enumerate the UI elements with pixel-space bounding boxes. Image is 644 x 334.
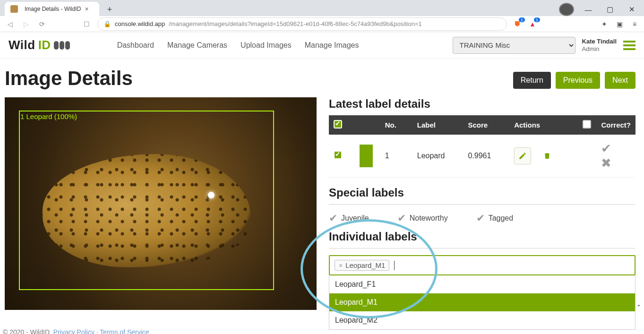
col-label: Label (412, 115, 464, 135)
labels-table: No. Label Score Actions Correct? 1 Leopa… (329, 115, 635, 178)
col-correct: Correct? (596, 115, 635, 135)
menu-icon[interactable] (623, 41, 635, 50)
browser-address-bar: ◁ ▷ ⟳ ☐ 🔒 console.wildid.app/management/… (0, 16, 644, 32)
edit-button[interactable] (514, 147, 531, 164)
special-labels-row: ✔ Juvenile ✔ Noteworthy ✔ Tagged (329, 206, 635, 228)
lock-icon: 🔒 (103, 20, 111, 27)
app-header: WildID Dashboard Manage Cameras Upload I… (0, 32, 644, 59)
project-select[interactable]: TRAINING Misc (453, 37, 575, 54)
user-role: Admin (582, 45, 617, 53)
dropdown-option[interactable]: Leopard_F1 (329, 275, 635, 293)
mark-incorrect-button[interactable]: ✖ (601, 156, 611, 170)
maximize-icon[interactable]: ▢ (602, 3, 618, 16)
row-select-checkbox[interactable] (334, 151, 342, 159)
detection-bounding-box (19, 111, 274, 290)
page-title: Image Details (5, 67, 508, 90)
footer-terms-link[interactable]: Terms of Service (100, 328, 149, 334)
nav-upload-images[interactable]: Upload Images (240, 41, 292, 50)
app-window-icon[interactable]: ▣ (615, 19, 624, 29)
individual-dropdown: Leopard_F1 Leopard_M1 Leopard_M2 (329, 275, 635, 330)
logo-text-id: ID (38, 38, 51, 52)
special-juvenile-label: Juvenile (341, 214, 369, 223)
return-button[interactable]: Return (513, 72, 551, 89)
col-score: Score (463, 115, 509, 135)
check-icon: ✔ (397, 212, 406, 224)
browser-menu-icon[interactable]: ≡ (630, 19, 639, 29)
close-icon[interactable]: × (85, 5, 88, 13)
table-row: 1 Leopard 0.9961 ✔ (329, 135, 635, 178)
bookmark-icon[interactable]: ☐ (81, 20, 92, 28)
special-tagged-label: Tagged (489, 214, 514, 223)
tab-favicon (10, 5, 18, 13)
footer-privacy-link[interactable]: Privacy Policy (53, 328, 94, 334)
tag-chip-label: Leopard_M1 (345, 261, 385, 269)
col-no: No. (380, 115, 412, 135)
nav-dashboard[interactable]: Dashboard (117, 41, 154, 50)
browser-tab[interactable]: Image Details - WildID × (5, 2, 99, 16)
browser-titlebar: Image Details - WildID × + — ▢ ✕ (0, 0, 644, 16)
special-noteworthy[interactable]: ✔ Noteworthy (397, 212, 448, 224)
text-caret (394, 261, 395, 270)
previous-button[interactable]: Previous (556, 72, 600, 89)
camera-trap-image[interactable]: 1 Leopard (100%) (5, 97, 317, 310)
dropdown-option-selected[interactable]: Leopard_M1 (329, 293, 635, 311)
footer-copyright: © 2020 - WildID (3, 328, 50, 334)
row-label: Leopard (412, 135, 464, 178)
special-juvenile[interactable]: ✔ Juvenile (329, 212, 369, 224)
brave-rewards-icon[interactable]: ▲1 (528, 19, 537, 29)
nav-back-icon[interactable]: ◁ (5, 20, 15, 28)
special-heading: Special labels (329, 186, 635, 199)
url-path: /management/images/details?imageId=15d09… (169, 20, 422, 27)
extensions-icon[interactable]: ✦ (600, 19, 609, 29)
app-logo[interactable]: WildID (9, 38, 70, 52)
new-tab-button[interactable]: + (103, 3, 116, 16)
user-block[interactable]: Kate Tindall Admin (582, 38, 617, 52)
special-noteworthy-label: Noteworthy (410, 214, 448, 223)
tab-title: Image Details - WildID (25, 6, 81, 12)
pencil-icon (518, 152, 527, 160)
nav-manage-images[interactable]: Manage Images (305, 41, 359, 50)
nav-manage-cameras[interactable]: Manage Cameras (167, 41, 227, 50)
individual-tag-input[interactable]: × Leopard_M1 (329, 255, 635, 275)
trash-icon (543, 152, 551, 160)
close-window-icon[interactable]: ✕ (624, 3, 639, 16)
scroll-down-icon[interactable] (635, 302, 642, 311)
dropdown-option[interactable]: Leopard_M2 (329, 311, 635, 329)
check-icon: ✔ (476, 212, 485, 224)
col-actions: Actions (509, 115, 577, 135)
brave-shield-icon[interactable]: ⛊1 (513, 19, 522, 29)
row-no: 1 (380, 135, 412, 178)
labels-table-header: No. Label Score Actions Correct? (329, 115, 635, 135)
delete-button[interactable] (540, 148, 555, 163)
main-nav: Dashboard Manage Cameras Upload Images M… (117, 41, 359, 50)
label-color-swatch (360, 145, 373, 167)
logo-text-wild: Wild (9, 38, 35, 52)
remove-tag-icon[interactable]: × (339, 262, 343, 269)
url-host: console.wildid.app (115, 20, 165, 27)
minimize-icon[interactable]: — (581, 3, 596, 16)
bounding-box-label: 1 Leopard (100%) (19, 111, 78, 121)
url-input[interactable]: 🔒 console.wildid.app/management/images/d… (97, 17, 507, 31)
special-tagged[interactable]: ✔ Tagged (476, 212, 514, 224)
profile-icon[interactable] (559, 3, 574, 16)
individual-heading: Individual labels (329, 230, 635, 243)
mark-correct-button[interactable]: ✔ (601, 141, 611, 155)
footer: © 2020 - WildID Privacy Policy · Terms o… (3, 328, 149, 334)
correct-header-checkbox[interactable] (583, 120, 591, 128)
logo-mark-icon (54, 41, 70, 50)
check-icon: ✔ (329, 212, 337, 224)
window-controls: — ▢ ✕ (559, 3, 639, 16)
next-button[interactable]: Next (605, 72, 635, 89)
user-name: Kate Tindall (582, 38, 617, 45)
row-score: 0.9961 (463, 135, 509, 178)
reload-icon[interactable]: ⟳ (37, 20, 47, 28)
nav-forward-icon[interactable]: ▷ (21, 20, 31, 28)
tag-chip[interactable]: × Leopard_M1 (335, 260, 389, 271)
select-all-checkbox[interactable] (334, 120, 342, 128)
labels-heading: Latest label details (329, 97, 635, 111)
